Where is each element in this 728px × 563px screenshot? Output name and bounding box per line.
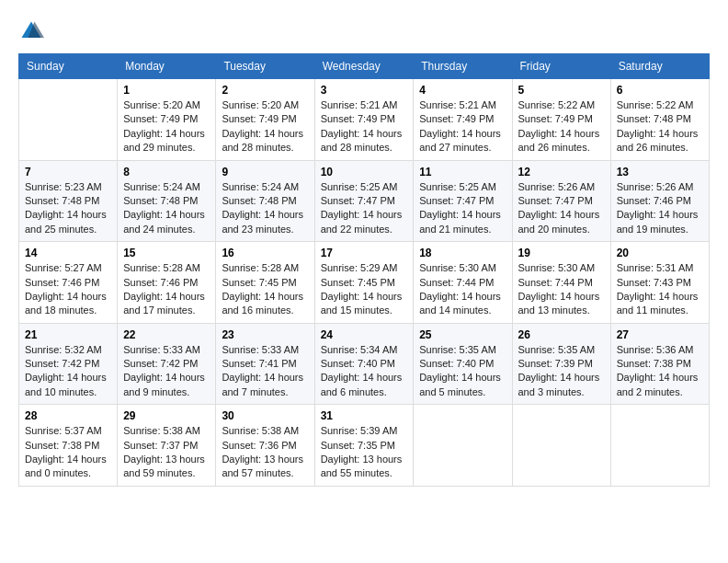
sunset-label: Sunset: 7:48 PM <box>617 113 691 124</box>
day-info: Sunrise: 5:35 AM Sunset: 7:39 PM Dayligh… <box>518 343 605 400</box>
sunset-label: Sunset: 7:47 PM <box>419 195 494 206</box>
day-cell: 8 Sunrise: 5:24 AM Sunset: 7:48 PM Dayli… <box>118 160 216 242</box>
day-cell: 15 Sunrise: 5:28 AM Sunset: 7:46 PM Dayl… <box>118 242 216 324</box>
daylight-label: Daylight: 14 hours and 14 minutes. <box>419 291 501 316</box>
day-cell: 6 Sunrise: 5:22 AM Sunset: 7:48 PM Dayli… <box>610 79 709 161</box>
day-number: 11 <box>419 166 506 178</box>
day-number: 6 <box>617 84 703 97</box>
sunrise-label: Sunrise: 5:33 AM <box>123 344 200 355</box>
sunrise-label: Sunrise: 5:20 AM <box>123 99 200 110</box>
day-info: Sunrise: 5:25 AM Sunset: 7:47 PM Dayligh… <box>419 180 506 237</box>
day-number: 17 <box>321 247 408 259</box>
day-number: 27 <box>617 328 703 341</box>
daylight-label: Daylight: 14 hours and 3 minutes. <box>518 372 600 396</box>
daylight-label: Daylight: 14 hours and 11 minutes. <box>617 291 699 316</box>
week-row-3: 14 Sunrise: 5:27 AM Sunset: 7:46 PM Dayl… <box>19 242 710 324</box>
weekday-header-thursday: Thursday <box>414 54 512 79</box>
day-cell: 27 Sunrise: 5:36 AM Sunset: 7:38 PM Dayl… <box>610 323 709 405</box>
daylight-label: Daylight: 14 hours and 28 minutes. <box>321 128 403 153</box>
day-cell: 16 Sunrise: 5:28 AM Sunset: 7:45 PM Dayl… <box>216 242 314 324</box>
day-info: Sunrise: 5:22 AM Sunset: 7:49 PM Dayligh… <box>518 98 605 155</box>
sunset-label: Sunset: 7:48 PM <box>123 195 198 206</box>
day-cell <box>512 405 610 487</box>
day-info: Sunrise: 5:32 AM Sunset: 7:42 PM Dayligh… <box>25 343 111 400</box>
day-number: 19 <box>518 247 605 259</box>
day-info: Sunrise: 5:21 AM Sunset: 7:49 PM Dayligh… <box>321 98 408 155</box>
day-number: 2 <box>222 84 308 97</box>
day-number: 21 <box>25 328 111 341</box>
weekday-header-row: SundayMondayTuesdayWednesdayThursdayFrid… <box>19 54 710 79</box>
sunset-label: Sunset: 7:38 PM <box>617 358 691 369</box>
week-row-4: 21 Sunrise: 5:32 AM Sunset: 7:42 PM Dayl… <box>19 323 710 405</box>
day-number: 24 <box>321 328 408 341</box>
day-cell: 11 Sunrise: 5:25 AM Sunset: 7:47 PM Dayl… <box>414 160 512 242</box>
sunset-label: Sunset: 7:45 PM <box>321 277 395 288</box>
sunset-label: Sunset: 7:45 PM <box>222 277 296 288</box>
sunrise-label: Sunrise: 5:38 AM <box>222 425 299 436</box>
day-cell: 30 Sunrise: 5:38 AM Sunset: 7:36 PM Dayl… <box>216 405 314 487</box>
sunset-label: Sunset: 7:49 PM <box>518 113 593 124</box>
day-number: 25 <box>419 328 506 341</box>
sunset-label: Sunset: 7:46 PM <box>25 277 99 288</box>
day-info: Sunrise: 5:34 AM Sunset: 7:40 PM Dayligh… <box>321 343 408 400</box>
day-info: Sunrise: 5:35 AM Sunset: 7:40 PM Dayligh… <box>419 343 506 400</box>
daylight-label: Daylight: 14 hours and 28 minutes. <box>222 128 303 153</box>
day-cell <box>19 79 118 161</box>
day-cell: 1 Sunrise: 5:20 AM Sunset: 7:49 PM Dayli… <box>118 79 216 161</box>
day-cell: 3 Sunrise: 5:21 AM Sunset: 7:49 PM Dayli… <box>314 79 414 161</box>
week-row-5: 28 Sunrise: 5:37 AM Sunset: 7:38 PM Dayl… <box>19 405 710 487</box>
day-cell: 25 Sunrise: 5:35 AM Sunset: 7:40 PM Dayl… <box>414 323 512 405</box>
daylight-label: Daylight: 14 hours and 2 minutes. <box>617 372 699 396</box>
week-row-2: 7 Sunrise: 5:23 AM Sunset: 7:48 PM Dayli… <box>19 160 710 242</box>
sunset-label: Sunset: 7:49 PM <box>222 113 296 124</box>
day-info: Sunrise: 5:27 AM Sunset: 7:46 PM Dayligh… <box>25 261 111 318</box>
day-info: Sunrise: 5:21 AM Sunset: 7:49 PM Dayligh… <box>419 98 506 155</box>
day-cell: 31 Sunrise: 5:39 AM Sunset: 7:35 PM Dayl… <box>314 405 414 487</box>
day-cell: 2 Sunrise: 5:20 AM Sunset: 7:49 PM Dayli… <box>216 79 314 161</box>
sunset-label: Sunset: 7:48 PM <box>25 195 99 206</box>
sunset-label: Sunset: 7:35 PM <box>321 440 395 451</box>
sunrise-label: Sunrise: 5:38 AM <box>123 425 200 436</box>
day-number: 9 <box>222 166 308 178</box>
day-cell: 4 Sunrise: 5:21 AM Sunset: 7:49 PM Dayli… <box>414 79 512 161</box>
sunset-label: Sunset: 7:46 PM <box>617 195 691 206</box>
sunset-label: Sunset: 7:43 PM <box>617 277 691 288</box>
day-info: Sunrise: 5:24 AM Sunset: 7:48 PM Dayligh… <box>222 180 308 237</box>
sunrise-label: Sunrise: 5:27 AM <box>25 262 102 273</box>
day-cell: 18 Sunrise: 5:30 AM Sunset: 7:44 PM Dayl… <box>414 242 512 324</box>
daylight-label: Daylight: 14 hours and 25 minutes. <box>25 209 107 234</box>
sunrise-label: Sunrise: 5:39 AM <box>321 425 398 436</box>
day-info: Sunrise: 5:39 AM Sunset: 7:35 PM Dayligh… <box>321 424 408 481</box>
daylight-label: Daylight: 14 hours and 7 minutes. <box>222 372 303 396</box>
sunrise-label: Sunrise: 5:28 AM <box>222 262 299 273</box>
sunset-label: Sunset: 7:40 PM <box>321 358 395 369</box>
sunset-label: Sunset: 7:44 PM <box>518 277 593 288</box>
weekday-header-tuesday: Tuesday <box>216 54 314 79</box>
day-cell: 29 Sunrise: 5:38 AM Sunset: 7:37 PM Dayl… <box>118 405 216 487</box>
sunrise-label: Sunrise: 5:33 AM <box>222 344 299 355</box>
day-cell: 23 Sunrise: 5:33 AM Sunset: 7:41 PM Dayl… <box>216 323 314 405</box>
sunrise-label: Sunrise: 5:26 AM <box>617 181 694 192</box>
sunset-label: Sunset: 7:42 PM <box>25 358 99 369</box>
day-info: Sunrise: 5:28 AM Sunset: 7:46 PM Dayligh… <box>123 261 210 318</box>
day-number: 18 <box>419 247 506 259</box>
daylight-label: Daylight: 14 hours and 21 minutes. <box>419 209 501 234</box>
day-info: Sunrise: 5:20 AM Sunset: 7:49 PM Dayligh… <box>123 98 210 155</box>
day-cell: 17 Sunrise: 5:29 AM Sunset: 7:45 PM Dayl… <box>314 242 414 324</box>
sunrise-label: Sunrise: 5:29 AM <box>321 262 398 273</box>
day-number: 8 <box>123 166 210 178</box>
sunset-label: Sunset: 7:40 PM <box>419 358 494 369</box>
day-number: 13 <box>617 166 703 178</box>
day-cell: 19 Sunrise: 5:30 AM Sunset: 7:44 PM Dayl… <box>512 242 610 324</box>
day-info: Sunrise: 5:38 AM Sunset: 7:37 PM Dayligh… <box>123 424 210 481</box>
logo <box>18 18 48 44</box>
daylight-label: Daylight: 13 hours and 59 minutes. <box>123 454 205 478</box>
sunrise-label: Sunrise: 5:30 AM <box>518 262 596 273</box>
sunrise-label: Sunrise: 5:35 AM <box>419 344 496 355</box>
day-number: 15 <box>123 247 210 259</box>
day-info: Sunrise: 5:30 AM Sunset: 7:44 PM Dayligh… <box>419 261 506 318</box>
day-cell: 26 Sunrise: 5:35 AM Sunset: 7:39 PM Dayl… <box>512 323 610 405</box>
day-info: Sunrise: 5:36 AM Sunset: 7:38 PM Dayligh… <box>617 343 703 400</box>
daylight-label: Daylight: 14 hours and 27 minutes. <box>419 128 501 153</box>
sunrise-label: Sunrise: 5:24 AM <box>222 181 299 192</box>
